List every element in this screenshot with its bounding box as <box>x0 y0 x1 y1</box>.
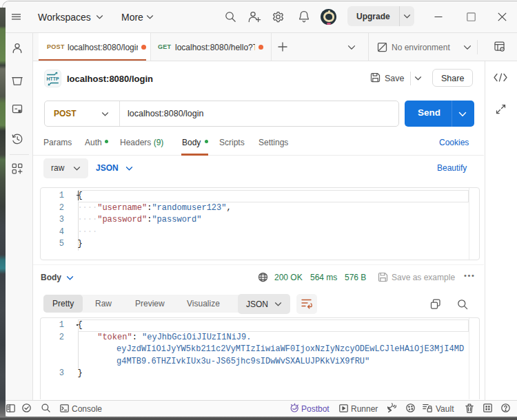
svg-text:HTTP: HTTP <box>47 76 59 81</box>
